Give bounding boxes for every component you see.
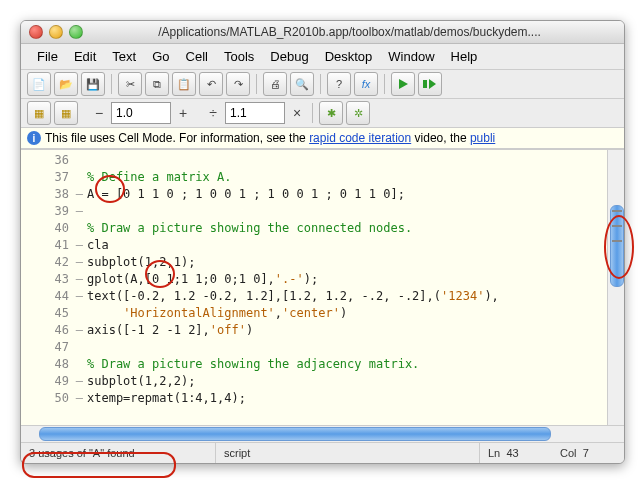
code-marker	[612, 210, 622, 212]
line-number: 46–	[21, 322, 73, 339]
find-button[interactable]: 🔍	[290, 72, 314, 96]
code-line[interactable]: xtemp=repmat(1:4,1,4);	[87, 390, 607, 407]
menu-edit[interactable]: Edit	[66, 47, 104, 66]
increase-button[interactable]: +	[174, 103, 192, 123]
code-line[interactable]: subplot(1,2,2);	[87, 373, 607, 390]
info-icon: i	[27, 131, 41, 145]
menu-desktop[interactable]: Desktop	[317, 47, 381, 66]
menu-tools[interactable]: Tools	[216, 47, 262, 66]
line-number: 40	[21, 220, 73, 237]
print-button[interactable]: 🖨	[263, 72, 287, 96]
close-icon[interactable]	[29, 25, 43, 39]
svg-rect-1	[423, 80, 427, 88]
info-link-1[interactable]: rapid code iteration	[309, 131, 411, 145]
code-line[interactable]	[87, 152, 607, 169]
code-line[interactable]: gplot(A,[0 1;1 1;0 0;1 0],'.-');	[87, 271, 607, 288]
redo-button[interactable]: ↷	[226, 72, 250, 96]
status-col: Col 7	[552, 443, 624, 463]
code-area[interactable]: % Define a matrix A.A = [0 1 1 0 ; 1 0 0…	[73, 150, 607, 425]
line-number: 50–	[21, 390, 73, 407]
eval-cell-button[interactable]: ▦	[27, 101, 51, 125]
menu-file[interactable]: File	[29, 47, 66, 66]
line-number: 41–	[21, 237, 73, 254]
line-number: 45	[21, 305, 73, 322]
code-line[interactable]: A = [0 1 1 0 ; 1 0 0 1 ; 1 0 0 1 ; 0 1 1…	[87, 186, 607, 203]
fx-button[interactable]: fx	[354, 72, 378, 96]
line-number: 44–	[21, 288, 73, 305]
line-number: 42–	[21, 254, 73, 271]
separator	[256, 74, 257, 94]
line-number: 38–	[21, 186, 73, 203]
editor-window: /Applications/MATLAB_R2010b.app/toolbox/…	[20, 20, 625, 464]
status-bar: 3 usages of "A" found script Ln 43 Col 7	[21, 442, 624, 463]
line-number: 47	[21, 339, 73, 356]
cell-publish2-button[interactable]: ✲	[346, 101, 370, 125]
increment-box-1[interactable]: 1.0	[111, 102, 171, 124]
eval-cell-advance-button[interactable]: ▦	[54, 101, 78, 125]
status-usages: 3 usages of "A" found	[21, 443, 216, 463]
menu-text[interactable]: Text	[104, 47, 144, 66]
decrease-button[interactable]: −	[90, 103, 108, 123]
help-button[interactable]: ?	[327, 72, 351, 96]
new-file-button[interactable]: 📄	[27, 72, 51, 96]
code-line[interactable]: subplot(1,2,1);	[87, 254, 607, 271]
horizontal-scrollbar[interactable]	[21, 425, 624, 442]
menu-help[interactable]: Help	[443, 47, 486, 66]
code-line[interactable]: % Draw a picture showing the connected n…	[87, 220, 607, 237]
menu-bar: File Edit Text Go Cell Tools Debug Deskt…	[21, 44, 624, 69]
paste-button[interactable]: 📋	[172, 72, 196, 96]
code-line[interactable]	[87, 339, 607, 356]
run-button[interactable]	[391, 72, 415, 96]
menu-go[interactable]: Go	[144, 47, 177, 66]
scrollbar-thumb[interactable]	[610, 205, 624, 287]
copy-button[interactable]: ⧉	[145, 72, 169, 96]
window-title: /Applications/MATLAB_R2010b.app/toolbox/…	[83, 25, 616, 39]
titlebar[interactable]: /Applications/MATLAB_R2010b.app/toolbox/…	[21, 21, 624, 44]
separator	[320, 74, 321, 94]
open-button[interactable]: 📂	[54, 72, 78, 96]
main-toolbar: 📄 📂 💾 ✂ ⧉ 📋 ↶ ↷ 🖨 🔍 ? fx	[21, 69, 624, 98]
svg-marker-2	[429, 79, 436, 89]
line-number: 48	[21, 356, 73, 373]
info-text: This file uses Cell Mode. For informatio…	[45, 131, 495, 145]
line-number: 39–	[21, 203, 73, 220]
code-line[interactable]: text([-0.2, 1.2 -0.2, 1.2],[1.2, 1.2, -.…	[87, 288, 607, 305]
scrollbar-thumb[interactable]	[39, 427, 551, 441]
code-line[interactable]: cla	[87, 237, 607, 254]
separator	[111, 74, 112, 94]
menu-window[interactable]: Window	[380, 47, 442, 66]
separator	[384, 74, 385, 94]
run-section-button[interactable]	[418, 72, 442, 96]
undo-button[interactable]: ↶	[199, 72, 223, 96]
code-line[interactable]	[87, 203, 607, 220]
cell-toolbar: ▦ ▦ − 1.0 + ÷ 1.1 × ✱ ✲	[21, 98, 624, 127]
divide-button[interactable]: ÷	[204, 103, 222, 123]
code-editor: 363738–39–4041–42–43–44–4546–474849–50– …	[21, 149, 624, 425]
code-line[interactable]: % Define a matrix A.	[87, 169, 607, 186]
traffic-lights	[29, 25, 83, 39]
line-number: 37	[21, 169, 73, 186]
increment-box-2[interactable]: 1.1	[225, 102, 285, 124]
line-number: 36	[21, 152, 73, 169]
line-number: 43–	[21, 271, 73, 288]
vertical-scrollbar[interactable]	[607, 150, 624, 425]
separator	[312, 103, 313, 123]
code-line[interactable]: 'HorizontalAlignment','center')	[87, 305, 607, 322]
svg-marker-0	[399, 79, 408, 89]
code-marker	[612, 240, 622, 242]
zoom-icon[interactable]	[69, 25, 83, 39]
menu-cell[interactable]: Cell	[178, 47, 216, 66]
info-link-2[interactable]: publi	[470, 131, 495, 145]
multiply-button[interactable]: ×	[288, 103, 306, 123]
code-marker	[612, 225, 622, 227]
info-bar: i This file uses Cell Mode. For informat…	[21, 127, 624, 149]
cut-button[interactable]: ✂	[118, 72, 142, 96]
cell-publish-button[interactable]: ✱	[319, 101, 343, 125]
menu-debug[interactable]: Debug	[262, 47, 316, 66]
save-button[interactable]: 💾	[81, 72, 105, 96]
code-line[interactable]: axis([-1 2 -1 2],'off')	[87, 322, 607, 339]
status-type: script	[216, 443, 480, 463]
status-line: Ln 43	[480, 443, 552, 463]
code-line[interactable]: % Draw a picture showing the adjacency m…	[87, 356, 607, 373]
minimize-icon[interactable]	[49, 25, 63, 39]
